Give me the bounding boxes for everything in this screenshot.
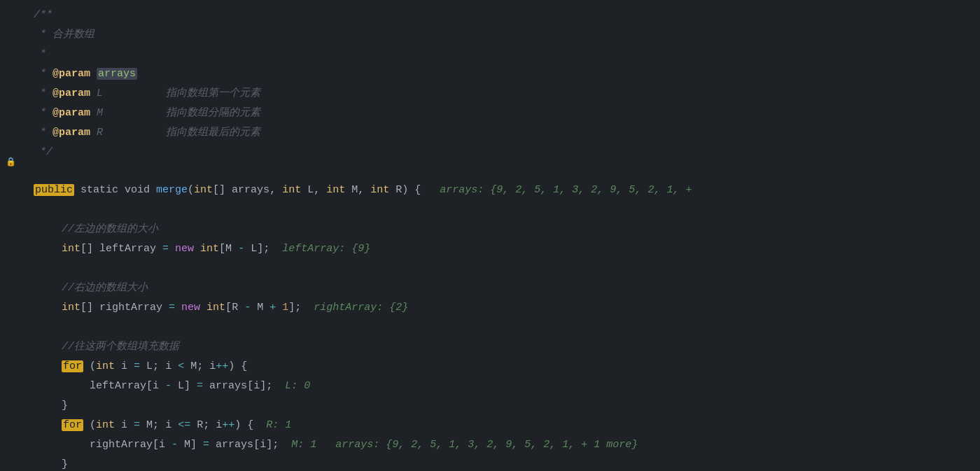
line-close-brace-2: }: [0, 455, 980, 471]
line-param-arrays: * @param arrays: [0, 64, 980, 84]
line-comment-title: * 合并数组: [0, 25, 980, 45]
line-param-L: * @param L 指向数组第一个元素: [0, 84, 980, 104]
line-left-comment: //左边的数组的大小: [0, 220, 980, 239]
line-right-fill: rightArray[i - M] = arrays[i]; M: 1 arra…: [0, 435, 980, 455]
line-right-array-decl: int[] rightArray = new int[R - M + 1]; r…: [0, 298, 980, 318]
code-editor: /** * 合并数组 * * @param arrays * @param L …: [0, 0, 980, 471]
line-comment-close: 🔒 */: [0, 143, 980, 181]
line-right-comment: //右边的数组大小: [0, 279, 980, 298]
line-blank-2: [0, 259, 980, 279]
line-close-brace-1: }: [0, 396, 980, 416]
line-blank-1: [0, 200, 980, 220]
line-for-left: for (int i = L; i < M; i++) {: [0, 357, 980, 377]
line-left-array-decl: int[] leftArray = new int[M - L]; leftAr…: [0, 239, 980, 259]
line-comment-open: /**: [0, 6, 980, 25]
lock-icon: 🔒: [6, 157, 16, 167]
line-param-M: * @param M 指向数组分隔的元素: [0, 104, 980, 123]
line-blank-3: [0, 318, 980, 337]
line-left-fill: leftArray[i - L] = arrays[i]; L: 0: [0, 377, 980, 396]
line-comment-empty: *: [0, 45, 980, 64]
line-param-R: * @param R 指向数组最后的元素: [0, 123, 980, 143]
line-fill-comment: //往这两个数组填充数据: [0, 337, 980, 357]
line-for-right: for (int i = M; i <= R; i++) { R: 1: [0, 416, 980, 435]
code-area: /** * 合并数组 * * @param arrays * @param L …: [0, 0, 980, 471]
line-method-signature: public static void merge(int[] arrays, i…: [0, 181, 980, 200]
